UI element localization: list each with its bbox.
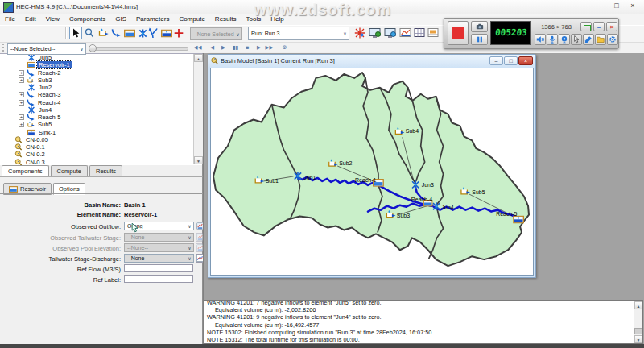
zoom-tool-icon[interactable] — [86, 29, 93, 37]
recorder-region-button[interactable] — [580, 22, 592, 31]
basin-window-titlebar[interactable]: Basin Model [Basin 1] Current Run [Run 3… — [208, 55, 535, 67]
tree-item-sub3[interactable]: + Sub3 — [0, 77, 202, 84]
reservoir-icon — [27, 61, 35, 68]
subbasin-tool-icon[interactable] — [100, 28, 109, 35]
global-parameters-icon[interactable] — [385, 29, 396, 39]
basin-map: Sub1 Jun1 Sub2 Reach-1 Sub4 Jun3 Sub5 Su… — [211, 68, 533, 275]
tab-compute[interactable]: Compute — [51, 165, 88, 176]
pause-button[interactable]: ▮▮ — [229, 43, 242, 52]
recorder-pause-button[interactable] — [471, 34, 488, 45]
pool-elevation-value: --None-- — [125, 245, 186, 251]
stop-button[interactable]: ■ — [242, 43, 254, 52]
animation-settings-button[interactable]: ⚙ — [279, 43, 291, 52]
tree-item-cn-02[interactable]: CN-0.2 — [0, 151, 202, 158]
recorder-mic-button[interactable] — [547, 34, 558, 45]
animation-selector-combo[interactable]: --None Selected-- ∨ — [7, 43, 86, 55]
run-selector-combo[interactable]: Run: Run 3 ∨ — [248, 27, 349, 40]
expand-icon[interactable]: + — [19, 122, 24, 127]
recorder-close-button[interactable]: × — [606, 22, 617, 31]
menu-edit[interactable]: Edit — [20, 14, 41, 25]
chevron-down-icon: ∨ — [78, 46, 85, 52]
tree-item-cn-005[interactable]: CN-0.05 — [0, 136, 202, 143]
ref-label-input[interactable] — [124, 275, 193, 283]
basin-close-button[interactable]: × — [518, 56, 533, 65]
sink-tool-icon[interactable] — [162, 30, 172, 37]
reservoir-tool-icon[interactable] — [125, 30, 135, 37]
recorder-settings-button[interactable] — [607, 34, 618, 45]
play-button[interactable]: ▶ — [217, 43, 229, 52]
rewind-button[interactable]: ◀◀ — [192, 43, 204, 52]
summary-table-icon[interactable] — [415, 29, 424, 37]
maximize-button[interactable]: □ — [610, 1, 623, 12]
source-tool-icon[interactable] — [175, 29, 184, 38]
basin-minimize-button[interactable]: – — [489, 56, 503, 65]
tree-item-reach-4[interactable]: + Reach-4 — [0, 99, 202, 106]
expand-icon[interactable]: + — [19, 70, 24, 76]
scroll-up-icon[interactable]: ▲ — [194, 54, 203, 62]
menu-view[interactable]: View — [41, 14, 64, 25]
tab-components[interactable]: Components — [2, 165, 49, 177]
menu-components[interactable]: Components — [64, 14, 110, 25]
menu-gis[interactable]: GIS — [110, 14, 131, 25]
menu-file[interactable]: File — [0, 14, 20, 25]
log-scroll-thumb[interactable] — [634, 328, 642, 334]
tree-item-sub5[interactable]: + Sub5 — [0, 121, 202, 128]
tree-scrollbar[interactable]: ▲ ▼ — [193, 54, 203, 164]
recorder-webcam-button[interactable] — [559, 34, 570, 45]
ref-flow-input[interactable] — [124, 264, 193, 272]
tree-item-cn-01[interactable]: CN-0.1 — [0, 143, 202, 151]
menu-results[interactable]: Results — [210, 14, 242, 25]
minimize-button[interactable]: – — [594, 1, 607, 12]
map-element-sink-1[interactable] — [514, 216, 524, 223]
graph-result-icon[interactable] — [400, 29, 411, 37]
reach-tool-icon[interactable] — [113, 29, 121, 37]
time-slider-track[interactable] — [90, 47, 188, 51]
diversion-tool-icon[interactable] — [149, 28, 157, 38]
tab-results[interactable]: Results — [89, 165, 122, 176]
tree-item-sink-1[interactable]: Sink-1 — [0, 129, 202, 136]
select-tool-button[interactable] — [70, 27, 82, 39]
log-scrollbar[interactable]: ▲ ▼ — [634, 301, 642, 343]
microphone-icon — [548, 35, 556, 44]
recorder-timer-lcd: 005203 — [490, 21, 531, 45]
recorder-cursor-button[interactable] — [571, 34, 582, 45]
close-button[interactable]: × — [626, 1, 639, 12]
expand-icon[interactable]: + — [19, 100, 24, 106]
scroll-down-icon[interactable]: ▼ — [194, 156, 203, 164]
expand-icon[interactable]: + — [19, 77, 24, 83]
recorder-stop-button[interactable] — [448, 21, 469, 45]
time-slider-thumb[interactable] — [89, 44, 97, 52]
basin-maximize-button[interactable]: □ — [504, 56, 518, 65]
tree-item-reach-3[interactable]: + Reach-3 — [0, 91, 202, 98]
fast-forward-button[interactable]: ▶▶ — [263, 43, 275, 52]
recorder-folder-button[interactable] — [595, 34, 606, 45]
basin-map-canvas[interactable]: Sub1 Jun1 Sub2 Reach-1 Sub4 Jun3 Sub5 Su… — [210, 68, 534, 276]
scroll-up-icon[interactable]: ▲ — [634, 301, 642, 309]
recorder-speaker-button[interactable] — [535, 34, 546, 45]
tree-item-label: Sub5 — [36, 121, 54, 128]
tree-item-jun2[interactable]: Jun2 — [0, 84, 202, 91]
menu-compute[interactable]: Compute — [174, 14, 209, 25]
map-tools — [69, 27, 185, 40]
record-stop-icon — [452, 27, 464, 39]
tree-item-reach-5[interactable]: + Reach-5 — [0, 114, 202, 121]
tailwater-stage-label: Observed Tailwater Stage: — [0, 234, 121, 242]
timeseries-table-icon[interactable] — [428, 29, 438, 37]
junction-tool-icon[interactable] — [139, 29, 146, 37]
stage-discharge-combo[interactable]: --None-- ∨ — [124, 254, 194, 263]
tree-item-jun5[interactable]: Jun5 — [0, 54, 202, 61]
scroll-down-icon[interactable]: ▼ — [634, 335, 642, 343]
expand-icon[interactable]: + — [19, 92, 24, 97]
recorder-snapshot-button[interactable] — [471, 21, 488, 32]
tree-item-reach-2[interactable]: + Reach-2 — [0, 69, 202, 77]
folder-icon — [597, 35, 605, 44]
expand-icon[interactable]: + — [19, 114, 24, 120]
compute-run-icon[interactable] — [355, 28, 365, 39]
global-summary-icon[interactable] — [369, 29, 381, 39]
recorder-annotate-button[interactable] — [583, 34, 594, 45]
step-back-button[interactable]: ◀ — [206, 43, 218, 52]
tree-item-reservoir-1[interactable]: Reservoir-1 — [0, 61, 202, 68]
menu-parameters[interactable]: Parameters — [131, 14, 174, 25]
recorder-minimize-button[interactable]: – — [593, 22, 605, 31]
tree-item-jun4[interactable]: Jun4 — [0, 106, 202, 114]
